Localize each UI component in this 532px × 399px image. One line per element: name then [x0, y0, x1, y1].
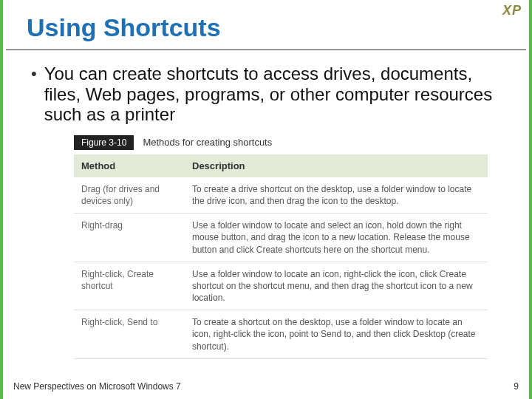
bullet-text: You can create shortcuts to access drive… [44, 64, 501, 125]
footer-text: New Perspectives on Microsoft Windows 7 [13, 381, 181, 392]
figure-table: Method Description Drag (for drives and … [74, 154, 488, 359]
table-row: Right-drag Use a folder window to locate… [74, 214, 488, 262]
bullet-item: • You can create shortcuts to access dri… [31, 64, 501, 125]
cell-method: Right-click, Send to [74, 310, 185, 359]
cell-description: To create a shortcut on the desktop, use… [185, 310, 488, 359]
cell-description: To create a drive shortcut on the deskto… [185, 177, 488, 214]
table-header-row: Method Description [74, 154, 488, 177]
table-row: Right-click, Send to To create a shortcu… [74, 310, 488, 359]
cell-method: Right-click, Create shortcut [74, 262, 185, 310]
table-row: Right-click, Create shortcut Use a folde… [74, 262, 488, 310]
footer: New Perspectives on Microsoft Windows 7 … [13, 381, 519, 392]
xp-badge: XP [502, 3, 522, 18]
slide-body: • You can create shortcuts to access dri… [3, 50, 529, 359]
slide-title: Using Shortcuts [6, 0, 526, 50]
col-header-description: Description [185, 154, 488, 177]
cell-method: Drag (for drives and devices only) [74, 177, 185, 214]
cell-description: Use a folder window to locate and select… [185, 214, 488, 262]
page-number: 9 [514, 381, 519, 392]
col-header-method: Method [74, 154, 185, 177]
bullet-dot-icon: • [31, 64, 37, 83]
figure-label: Figure 3-10 [74, 135, 134, 150]
cell-method: Right-drag [74, 214, 185, 262]
slide: XP Using Shortcuts • You can create shor… [0, 0, 532, 399]
figure-header: Figure 3-10 Methods for creating shortcu… [74, 135, 488, 150]
cell-description: Use a folder window to locate an icon, r… [185, 262, 488, 310]
figure-block: Figure 3-10 Methods for creating shortcu… [74, 135, 488, 359]
table-row: Drag (for drives and devices only) To cr… [74, 177, 488, 214]
figure-caption: Methods for creating shortcuts [143, 137, 272, 148]
